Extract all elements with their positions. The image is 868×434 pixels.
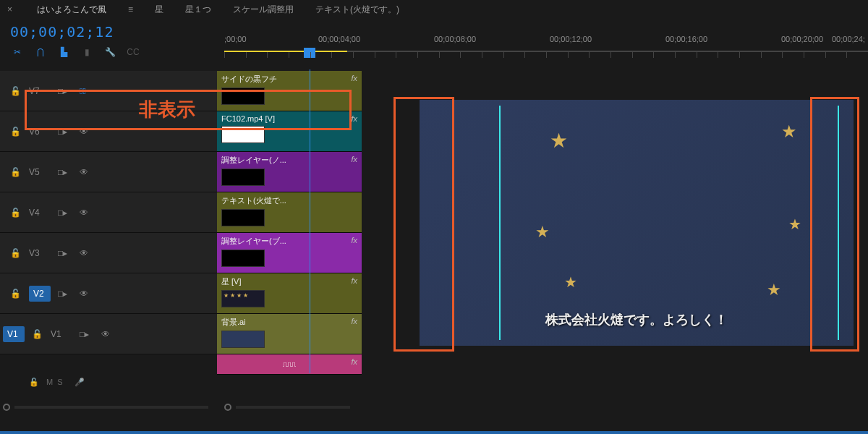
- ruler-tick-label: 00;00;04;00: [318, 35, 360, 43]
- clip-label: 背景.ai: [217, 314, 362, 329]
- ripple-tool-icon[interactable]: ✂: [10, 45, 25, 59]
- marker-icon[interactable]: ▮: [80, 45, 94, 59]
- annotation-label-hidden: 非表示: [139, 97, 195, 122]
- timecode-panel: 00;00;02;12 ✂ ⋂ ▙ ▮ 🔧 CC: [0, 19, 217, 64]
- track-target[interactable]: V1: [3, 326, 25, 342]
- sync-lock-icon[interactable]: □▸: [80, 329, 94, 339]
- clip-audio[interactable]: ⎍⎍⎍ fx: [217, 354, 362, 375]
- track-label[interactable]: V5: [29, 167, 51, 177]
- preview-area: ★ ★ ★ ★ ★ ★ 株式会社火燵です。よろしく！: [362, 71, 868, 398]
- track-label[interactable]: V1: [51, 329, 72, 339]
- clip-adjustment-no[interactable]: 調整レイヤー(ノ... fx: [217, 152, 362, 192]
- track-label[interactable]: V4: [29, 208, 51, 218]
- star-icon: ★: [535, 223, 550, 242]
- clip-label: 星 [V]: [217, 273, 362, 289]
- timeline-tools: ✂ ⋂ ▙ ▮ 🔧 CC: [10, 45, 207, 59]
- clip-label: サイドの黒フチ: [217, 71, 362, 86]
- lock-icon[interactable]: 🔓: [10, 167, 22, 177]
- lock-icon[interactable]: 🔓: [29, 378, 39, 387]
- visibility-icon[interactable]: 👁: [80, 167, 94, 177]
- clip-label: FC102.mp4 [V]: [217, 111, 362, 124]
- track-header-v2[interactable]: 🔓 V2 □▸ 👁: [0, 273, 217, 314]
- sync-lock-icon[interactable]: □▸: [58, 289, 72, 299]
- breadcrumb-item[interactable]: テキスト(火燵です。): [315, 4, 399, 16]
- clip-label: テキスト(火燵で...: [217, 192, 362, 208]
- visibility-icon[interactable]: 👁: [80, 127, 94, 137]
- sequence-tab-title[interactable]: はいよろこんで風: [37, 4, 106, 16]
- track-header-v5[interactable]: 🔓 V5 □▸ 👁: [0, 152, 217, 192]
- solo-button[interactable]: S: [57, 378, 62, 386]
- clip-fc102[interactable]: FC102.mp4 [V] fx: [217, 111, 362, 152]
- sync-lock-icon[interactable]: □▸: [58, 208, 72, 218]
- sync-lock-icon[interactable]: □▸: [58, 167, 72, 177]
- lock-icon[interactable]: 🔓: [10, 289, 22, 299]
- fx-badge: fx: [351, 317, 357, 326]
- fx-badge: fx: [351, 114, 357, 123]
- track-header-v4[interactable]: 🔓 V4 □▸ 👁: [0, 192, 217, 233]
- current-timecode[interactable]: 00;00;02;12: [10, 23, 207, 41]
- clip-thumbnail: [221, 88, 265, 105]
- visibility-off-icon[interactable]: 👁̷: [80, 86, 94, 96]
- visibility-icon[interactable]: 👁: [80, 248, 94, 258]
- sync-lock-icon[interactable]: □▸: [58, 248, 72, 258]
- wrench-icon[interactable]: 🔧: [103, 45, 117, 59]
- playhead-line[interactable]: [310, 69, 310, 373]
- timeline-ruler-area: ;00;00 00;00;04;00 00;00;08;00 00;00;12;…: [217, 19, 868, 71]
- horizontal-scrollbar-left[interactable]: [3, 402, 213, 412]
- breadcrumb-item[interactable]: スケール調整用: [233, 4, 294, 16]
- ruler-tick-label: ;00;00: [224, 35, 247, 43]
- captions-icon[interactable]: CC: [126, 45, 140, 59]
- track-header-v1[interactable]: V1 🔓 V1 □▸ 👁: [0, 314, 217, 354]
- audio-track-header[interactable]: 🔓 MS 🎤: [29, 372, 85, 392]
- track-label[interactable]: V7: [29, 86, 51, 96]
- snap-icon[interactable]: ⋂: [33, 45, 48, 59]
- scroll-handle-icon[interactable]: [3, 404, 10, 411]
- mic-icon[interactable]: 🎤: [75, 378, 85, 387]
- program-monitor: ★ ★ ★ ★ ★ ★ 株式会社火燵です。よろしく！: [420, 100, 854, 346]
- clip-thumbnail: [221, 209, 265, 226]
- lock-icon[interactable]: 🔓: [32, 329, 43, 339]
- fx-badge: fx: [351, 74, 357, 82]
- breadcrumb-item[interactable]: 星: [155, 4, 163, 16]
- clip-label: 調整レイヤー(ノ...: [217, 152, 362, 167]
- track-label[interactable]: V6: [29, 127, 51, 137]
- star-icon: ★: [781, 122, 797, 142]
- visibility-icon[interactable]: 👁: [80, 208, 94, 218]
- clip-background-ai[interactable]: 背景.ai fx: [217, 314, 362, 354]
- clip-text-kotatsu[interactable]: テキスト(火燵で...: [217, 192, 362, 233]
- sync-lock-icon[interactable]: □▸: [58, 86, 72, 96]
- star-icon: ★: [767, 281, 781, 299]
- visibility-icon[interactable]: 👁: [80, 289, 94, 299]
- lock-icon[interactable]: 🔓: [10, 86, 22, 96]
- track-header-v3[interactable]: 🔓 V3 □▸ 👁: [0, 233, 217, 273]
- breadcrumb-item[interactable]: 星１つ: [185, 4, 211, 16]
- close-icon[interactable]: ×: [7, 4, 12, 14]
- time-ruler[interactable]: ;00;00 00;00;04;00 00;00;08;00 00;00;12;…: [217, 35, 868, 61]
- tab-menu-icon[interactable]: ≡: [128, 4, 133, 14]
- sync-lock-icon[interactable]: □▸: [58, 127, 72, 137]
- linked-selection-icon[interactable]: ▙: [56, 45, 71, 59]
- lock-icon[interactable]: 🔓: [10, 208, 22, 218]
- star-icon: ★: [788, 216, 801, 233]
- ruler-tick-label: 00;00;08;00: [434, 35, 476, 43]
- star-icon: ★: [564, 273, 577, 291]
- track-label[interactable]: V3: [29, 248, 51, 258]
- clip-adjustment-bu[interactable]: 調整レイヤー(ブ... fx: [217, 233, 362, 273]
- horizontal-scrollbar-timeline[interactable]: [224, 402, 354, 412]
- clip-star[interactable]: 星 [V] ★★★★ fx: [217, 273, 362, 314]
- track-label[interactable]: V2: [29, 286, 51, 302]
- clip-thumbnail: [221, 331, 265, 348]
- fx-badge: fx: [351, 155, 357, 163]
- lock-icon[interactable]: 🔓: [10, 248, 22, 258]
- ruler-tick-label: 00;00;20;00: [781, 35, 823, 43]
- lock-icon[interactable]: 🔓: [10, 127, 22, 137]
- fx-badge: fx: [351, 357, 357, 366]
- scroll-handle-icon[interactable]: [224, 404, 231, 411]
- mute-button[interactable]: M: [46, 378, 53, 386]
- bottom-accent-bar: [0, 431, 868, 434]
- fx-badge: fx: [351, 236, 357, 244]
- visibility-icon[interactable]: 👁: [101, 329, 116, 339]
- clips-column: サイドの黒フチ fx FC102.mp4 [V] fx 調整レイヤー(ノ... …: [217, 71, 362, 398]
- clip-side-black[interactable]: サイドの黒フチ fx: [217, 71, 362, 111]
- sequence-tab-bar: × はいよろこんで風 ≡ 星 星１つ スケール調整用 テキスト(火燵です。): [0, 0, 868, 19]
